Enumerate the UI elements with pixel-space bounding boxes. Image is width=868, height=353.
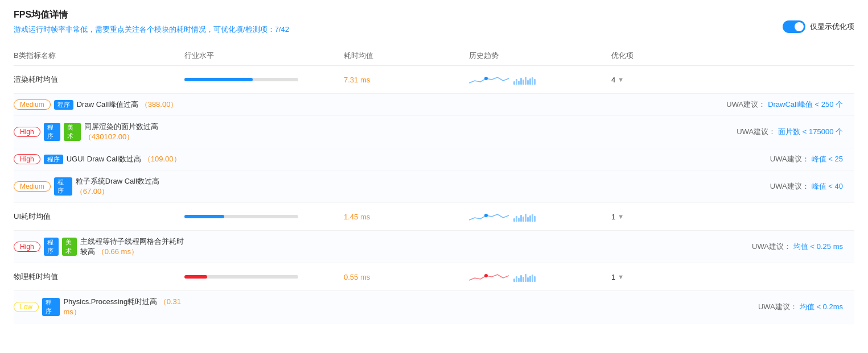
uwa-link-0-3[interactable]: 峰值 < 40 (812, 181, 843, 192)
svg-point-0 (484, 77, 488, 80)
progress-bar-container-2 (184, 275, 321, 279)
uwa-prefix-0-0: UWA建议： (726, 99, 766, 110)
time-value-1: 1.45 ms (344, 213, 469, 221)
uwa-link-0-1[interactable]: 面片数 < 175000 个 (778, 127, 843, 137)
badge-area-1-0: High 程序美术 主线程等待子线程网格合并耗时较高 （0.66 ms） (14, 236, 184, 257)
uwa-prefix-2-0: UWA建议： (758, 302, 797, 312)
chevron-down-icon-2: ▼ (618, 273, 624, 280)
col-header-time: 耗时均值 (344, 51, 469, 61)
badge-area-2-0: Low 程序 Physics.Processing耗时过高 （0.31 ms） (14, 297, 184, 317)
tag-0-1-1: 美术 (64, 123, 81, 141)
opt-count-0: 4 (611, 76, 615, 84)
uwa-suggest-1-0: UWA建议： 均值 < 0.25 ms (184, 242, 854, 252)
uwa-link-2-0[interactable]: 均值 < 0.2ms (800, 302, 843, 312)
tag-0-2-0: 程序 (44, 155, 63, 164)
sub-item-0-0: Medium 程序 Draw Call峰值过高 （388.00） UWA建议： … (14, 94, 854, 116)
subtitle: 游戏运行时帧率非常低，需要重点关注各个模块的耗时情况，可优化项/检测项：7/42 (14, 24, 289, 35)
sub-item-2-0: Low 程序 Physics.Processing耗时过高 （0.31 ms） … (14, 291, 854, 323)
opt-count-2: 1 (611, 273, 615, 281)
uwa-link-1-0[interactable]: 均值 < 0.25 ms (793, 242, 843, 252)
uwa-suggest-0-2: UWA建议： 峰值 < 25 (184, 154, 854, 164)
badge-area-0-3: Medium 程序 粒子系统Draw Call数过高 （67.00） (14, 176, 184, 197)
time-value-0: 7.31 ms (344, 76, 469, 84)
section-name-1: UI耗时均值 (14, 211, 184, 222)
uwa-prefix-0-2: UWA建议： (770, 154, 809, 164)
svg-point-1 (484, 214, 488, 217)
opt-cell-1[interactable]: 1 ▼ (611, 213, 725, 221)
uwa-prefix-1-0: UWA建议： (752, 242, 791, 252)
toggle-label: 仅显示优化项 (810, 22, 854, 32)
trend-cell-0 (469, 73, 611, 86)
uwa-suggest-0-3: UWA建议： 峰值 < 40 (184, 181, 854, 192)
tag-0-0-0: 程序 (54, 100, 73, 110)
col-header-opt: 优化项 (611, 51, 725, 61)
section-name-2: 物理耗时均值 (14, 272, 184, 282)
sub-item-desc-0-3: 粒子系统Draw Call数过高 （67.00） (76, 176, 184, 197)
chevron-down-icon-1: ▼ (618, 213, 624, 220)
sub-item-value-1-0: （0.66 ms） (97, 247, 138, 256)
tag-0-3-0: 程序 (54, 177, 72, 196)
badge-area-0-0: Medium 程序 Draw Call峰值过高 （388.00） (14, 99, 184, 110)
level-badge-0-1: High (14, 127, 40, 137)
mini-chart-0 (513, 74, 536, 85)
toggle-switch[interactable] (783, 20, 805, 33)
sub-item-0-3: Medium 程序 粒子系统Draw Call数过高 （67.00） UWA建议… (14, 171, 854, 203)
level-badge-2-0: Low (14, 302, 39, 312)
progress-bar-container-0 (184, 78, 321, 81)
col-header-name: B类指标名称 (14, 51, 184, 61)
sub-item-value-0-2: （109.00） (143, 155, 181, 163)
level-badge-1-0: High (14, 242, 40, 252)
col-header-trend: 历史趋势 (469, 51, 611, 61)
uwa-suggest-2-0: UWA建议： 均值 < 0.2ms (184, 302, 854, 312)
sub-item-0-1: High 程序美术 同屏渲染的面片数过高 （430102.00） UWA建议： … (14, 116, 854, 148)
sub-item-value-0-1: （430102.00） (84, 132, 134, 141)
sub-item-desc-1-0: 主线程等待子线程网格合并耗时较高 （0.66 ms） (80, 236, 184, 257)
sub-item-1-0: High 程序美术 主线程等待子线程网格合并耗时较高 （0.66 ms） UWA… (14, 231, 854, 263)
sub-item-desc-0-1: 同屏渲染的面片数过高 （430102.00） (84, 122, 184, 142)
uwa-link-0-0[interactable]: DrawCall峰值 < 250 个 (768, 99, 843, 110)
table-header: B类指标名称 行业水平 耗时均值 历史趋势 优化项 (14, 46, 854, 66)
section-row-1: UI耗时均值 1.45 ms 1 ▼ (14, 203, 854, 231)
sub-item-value-0-3: （67.00） (76, 187, 109, 196)
svg-point-2 (484, 274, 488, 277)
sub-item-desc-0-0: Draw Call峰值过高 （388.00） (77, 99, 178, 110)
level-badge-0-3: Medium (14, 181, 51, 192)
section-row-2: 物理耗时均值 0.55 ms 1 ▼ (14, 263, 854, 291)
uwa-link-0-2[interactable]: 峰值 < 25 (812, 154, 843, 164)
time-value-2: 0.55 ms (344, 273, 469, 281)
sub-item-desc-0-2: UGUI Draw Call数过高 （109.00） (67, 154, 181, 164)
tag-1-0-0: 程序 (44, 238, 59, 256)
section-name-0: 渲染耗时均值 (14, 74, 184, 85)
sub-item-value-2-0: （0.31 ms） (63, 297, 181, 316)
uwa-suggest-0-0: UWA建议： DrawCall峰值 < 250 个 (184, 99, 854, 110)
progress-bar-container-1 (184, 215, 321, 218)
chevron-down-icon-0: ▼ (618, 76, 624, 83)
opt-cell-2[interactable]: 1 ▼ (611, 273, 725, 281)
sub-item-0-2: High 程序 UGUI Draw Call数过高 （109.00） UWA建议… (14, 148, 854, 171)
badge-area-0-1: High 程序美术 同屏渲染的面片数过高 （430102.00） (14, 122, 184, 142)
col-header-industry: 行业水平 (184, 51, 344, 61)
tag-1-0-1: 美术 (62, 238, 77, 256)
page-title: FPS均值详情 (14, 9, 289, 21)
section-row-0: 渲染耗时均值 7.31 ms 4 ▼ (14, 66, 854, 94)
sub-item-desc-2-0: Physics.Processing耗时过高 （0.31 ms） (63, 297, 184, 317)
trend-cell-2 (469, 270, 611, 284)
mini-chart-1 (513, 211, 536, 222)
tag-2-0-0: 程序 (42, 298, 60, 316)
sub-item-value-0-0: （388.00） (141, 100, 178, 109)
level-badge-0-2: High (14, 154, 40, 164)
uwa-suggest-0-1: UWA建议： 面片数 < 175000 个 (184, 127, 854, 137)
opt-count-1: 1 (611, 213, 615, 221)
uwa-prefix-0-3: UWA建议： (770, 181, 809, 192)
trend-cell-1 (469, 210, 611, 223)
mini-chart-2 (513, 272, 536, 282)
tag-0-1-0: 程序 (44, 123, 61, 141)
opt-cell-0[interactable]: 4 ▼ (611, 76, 725, 84)
level-badge-0-0: Medium (14, 99, 51, 110)
uwa-prefix-0-1: UWA建议： (737, 127, 776, 137)
badge-area-0-2: High 程序 UGUI Draw Call数过高 （109.00） (14, 154, 184, 164)
